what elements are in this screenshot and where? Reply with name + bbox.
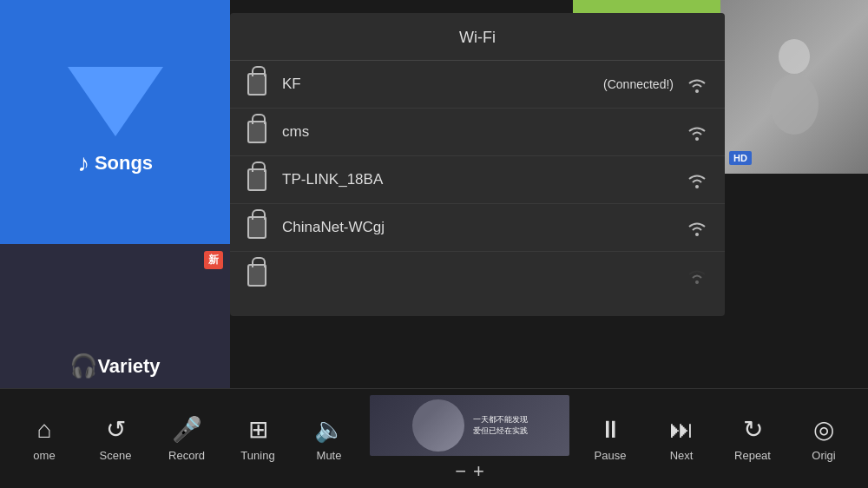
- lock-icon-kf: [247, 73, 266, 96]
- lock-icon-unknown: [247, 264, 266, 287]
- home-icon: ⌂: [37, 416, 52, 444]
- pause-button[interactable]: ⏸ Pause: [580, 415, 641, 462]
- triangle-decoration: [68, 67, 163, 136]
- scene-label: Scene: [100, 449, 132, 462]
- home-button[interactable]: ⌂ ome: [14, 416, 75, 462]
- svg-point-4: [695, 185, 699, 188]
- player-lyrics: 一天都不能发现 爱但已经在实践: [473, 414, 528, 436]
- variety-new-badge: 新: [204, 251, 223, 269]
- tile-songs[interactable]: ♪ Songs: [0, 0, 230, 244]
- next-button[interactable]: ⏭ Next: [651, 415, 712, 462]
- music-icon: ♪: [77, 149, 89, 177]
- tuning-icon: ⊞: [248, 415, 268, 444]
- wifi-name-tplink: TP-LINK_18BA: [282, 171, 687, 188]
- scene-button[interactable]: ↺ Scene: [85, 415, 146, 462]
- lock-icon-cms: [247, 121, 266, 143]
- wifi-signal-tplink: [687, 171, 707, 188]
- next-icon: ⏭: [669, 415, 694, 444]
- hd-badge: HD: [729, 151, 752, 165]
- tuning-button[interactable]: ⊞ Tuning: [227, 415, 288, 462]
- mute-button[interactable]: 🔈 Mute: [299, 415, 359, 462]
- lock-icon-tplink: [247, 168, 266, 191]
- wifi-item-cms[interactable]: cms: [230, 109, 725, 156]
- person-silhouette: [760, 35, 829, 139]
- record-button[interactable]: 🎤 Record: [156, 415, 217, 462]
- original-label: Origi: [812, 449, 835, 462]
- original-icon: ◎: [813, 415, 834, 444]
- record-label: Record: [168, 449, 205, 462]
- wifi-name-chinanet: ChinaNet-WCgj: [282, 219, 687, 236]
- svg-point-0: [779, 39, 810, 74]
- repeat-button[interactable]: ↻ Repeat: [722, 415, 783, 462]
- svg-point-6: [695, 280, 699, 284]
- lock-icon-chinanet: [247, 216, 266, 239]
- photo-placeholder: [720, 0, 868, 174]
- wifi-name-cms: cms: [282, 123, 687, 141]
- variety-tile-label: 🎧 Variety: [69, 353, 160, 379]
- repeat-label: Repeat: [734, 449, 771, 462]
- wifi-dialog-title: Wi-Fi: [230, 13, 725, 61]
- wifi-item-tplink[interactable]: TP-LINK_18BA: [230, 156, 725, 204]
- songs-tile-label: ♪ Songs: [77, 149, 153, 177]
- pause-label: Pause: [595, 449, 627, 462]
- singer-avatar: [412, 399, 464, 452]
- tuning-label: Tuning: [240, 449, 274, 462]
- wifi-signal-cms: [687, 123, 707, 141]
- tile-photo[interactable]: HD: [720, 0, 868, 174]
- mute-icon: 🔈: [314, 415, 345, 444]
- wifi-item-chinanet[interactable]: ChinaNet-WCgj: [230, 204, 725, 252]
- wifi-connected-label-kf: (Connected!): [603, 77, 674, 91]
- player-controls: − +: [455, 460, 484, 483]
- home-label: ome: [33, 449, 55, 462]
- original-button[interactable]: ◎ Origi: [793, 415, 854, 462]
- volume-down-button[interactable]: −: [455, 460, 466, 483]
- wifi-signal-kf: [687, 76, 707, 93]
- wifi-item-unknown[interactable]: [230, 252, 725, 299]
- wifi-network-list: KF (Connected!) cms: [230, 61, 725, 299]
- player-thumbnail: 一天都不能发现 爱但已经在实践: [370, 395, 569, 456]
- svg-point-3: [695, 137, 699, 141]
- wifi-signal-unknown: [687, 267, 707, 284]
- wifi-name-kf: KF: [282, 76, 603, 93]
- wifi-signal-chinanet: [687, 219, 707, 236]
- scene-icon: ↺: [106, 415, 126, 444]
- headphones-icon: 🎧: [69, 353, 97, 379]
- svg-point-5: [695, 233, 699, 236]
- wifi-dialog: Wi-Fi KF (Connected!) cms: [230, 13, 725, 316]
- player-area: 一天都不能发现 爱但已经在实践 − +: [370, 395, 569, 483]
- svg-point-1: [770, 74, 819, 135]
- next-label: Next: [670, 449, 694, 462]
- repeat-icon: ↻: [743, 415, 763, 444]
- toolbar: ⌂ ome ↺ Scene 🎤 Record ⊞ Tuning 🔈 Mute 一…: [0, 388, 868, 488]
- pause-icon: ⏸: [598, 415, 622, 444]
- mute-label: Mute: [317, 449, 342, 462]
- microphone-icon: 🎤: [172, 415, 202, 444]
- wifi-item-kf[interactable]: KF (Connected!): [230, 61, 725, 109]
- svg-point-2: [695, 89, 699, 93]
- volume-up-button[interactable]: +: [473, 460, 484, 483]
